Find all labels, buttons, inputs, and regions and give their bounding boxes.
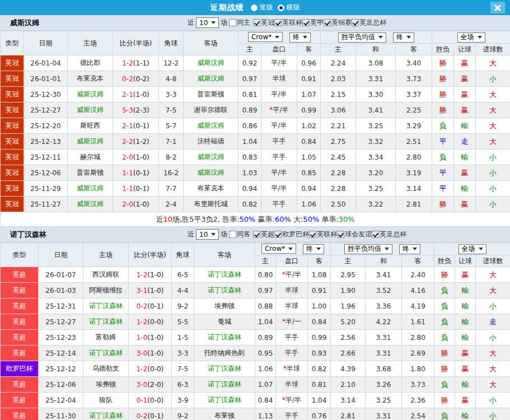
away-team-cell: 诺丁汉森林 [194, 283, 255, 298]
fulltime-score: 3-0 [137, 349, 148, 357]
score-cell: 2-1(1-0) [113, 87, 159, 102]
league-checkbox[interactable]: 英甲 [302, 18, 324, 27]
handicap-result: 赢 [454, 71, 476, 87]
eu-away-odds: 2.25 [396, 102, 432, 118]
league-checkbox[interactable]: 英锦赛 [324, 18, 352, 27]
checkbox-checked-icon[interactable] [253, 231, 260, 238]
section-westham-filterbar: 威斯汉姆 近 10 场 同主 英冠英联杯英甲英锦赛英足总杯 [0, 15, 510, 31]
bookmaker-select[interactable]: Crow* [261, 244, 296, 254]
close-icon[interactable] [490, 2, 505, 13]
checkbox-unchecked-icon[interactable] [229, 231, 236, 238]
date-cell: 26-01-04 [24, 55, 68, 71]
league-checkbox[interactable]: 英足总杯 [352, 18, 386, 27]
fulltime-select[interactable]: 全场 [458, 244, 486, 254]
goals-result: 走 [476, 314, 510, 330]
summary-text: 近10场,胜5平3负2, 胜率:50% 赢率:60% 大:50% 单率:30% [1, 212, 510, 227]
wdl-result: 勝 [434, 267, 455, 283]
wdl-result: 勝 [432, 102, 454, 118]
eu-home-odds: 2.45 [321, 150, 356, 165]
checkbox-checked-icon[interactable] [337, 231, 344, 238]
eu-away-odds: 1.61 [402, 314, 434, 330]
checkbox-checked-icon[interactable] [274, 231, 282, 238]
corner-cell: 3-3 [172, 346, 194, 361]
fulltime-score: 3-0 [137, 381, 148, 389]
fulltime-score: 2-2 [122, 138, 133, 146]
away-team-cell: 布里斯托城 [184, 197, 238, 212]
same-venue-checkbox[interactable]: 同主 [229, 18, 250, 27]
handicap-result: 赢 [454, 55, 476, 71]
wdl-odds-header: 胜平负均值 终 [321, 31, 432, 44]
corner-cell: 7-5 [159, 102, 184, 118]
league-checkbox-label: 球会友谊 [345, 230, 372, 239]
ah-home-odds: 0.80 [255, 267, 276, 283]
corner-cell: 16-2 [159, 165, 184, 181]
date-cell: 25-12-11 [24, 150, 68, 165]
goals-result: 大 [476, 377, 510, 393]
layout-horizontal-option[interactable]: 横版 [278, 3, 300, 12]
league-checkbox[interactable]: 英足总杯 [372, 230, 406, 239]
wdl-header: 胜负 [432, 44, 454, 55]
home-team-cell: 斯旺西 [68, 118, 113, 134]
wdl-average-select[interactable]: 胜平负均值 [338, 32, 386, 43]
checkbox-checked-icon[interactable] [302, 19, 310, 26]
checkbox-checked-icon[interactable] [253, 19, 260, 26]
checkbox-checked-icon[interactable] [324, 19, 331, 26]
wdl-final-select[interactable]: 终 [393, 32, 414, 43]
wdl-average-select[interactable]: 胜平负均值 [344, 244, 392, 254]
radio-selected-icon[interactable] [278, 4, 284, 11]
eu-away-odds: 2.69 [402, 346, 434, 361]
match-count-select[interactable]: 10 [196, 17, 219, 28]
league-checkbox[interactable]: 英超 [253, 230, 274, 239]
ah-line-cell: *平/半 [261, 102, 297, 118]
ah-line-cell: 平手 [261, 150, 297, 165]
goals-result: 大 [476, 267, 510, 283]
league-checkbox-label: 英甲 [310, 18, 324, 27]
date-cell: 26-01-03 [39, 283, 83, 298]
ah-line-text: 半/一 [286, 318, 301, 325]
team-name-heading: 威斯汉姆 [10, 18, 39, 28]
checkbox-checked-icon[interactable] [352, 19, 359, 26]
checkbox-unchecked-icon[interactable] [229, 19, 236, 26]
league-badge: 英超 [1, 314, 39, 330]
ah-home-odds: 0.89 [255, 330, 276, 346]
match-row: 英冠26-01-04德比郡1-2(1-1)12-2威斯汉姆0.92平/半0.96… [1, 55, 510, 71]
league-checkbox[interactable]: 英联杯 [274, 18, 302, 27]
score-cell: 1-2(1-0) [129, 267, 172, 283]
summary-segment: 单率: [319, 215, 339, 223]
radio-unselected-icon[interactable] [251, 4, 258, 11]
eu-home-odds: 2.56 [331, 330, 366, 346]
league-checkbox[interactable]: 欧罗巴杯 [274, 230, 309, 239]
wdl-result: 勝 [434, 361, 455, 377]
checkbox-checked-icon[interactable] [309, 231, 316, 238]
handicap-final-select[interactable]: 终 [289, 32, 311, 43]
handicap-result: 輸 [455, 314, 476, 330]
checkbox-checked-icon[interactable] [372, 231, 379, 238]
halftime-score: (0-1) [133, 169, 149, 177]
away-team-cell: 埃弗顿 [194, 298, 255, 314]
ah-home-odds: 0.92 [238, 55, 261, 71]
bookmaker-select[interactable]: Crow* [248, 32, 283, 42]
layout-horizontal-label: 横版 [287, 3, 300, 12]
eu-home-odds: 4.39 [331, 361, 366, 377]
eu-home-odds: 2.81 [331, 408, 366, 420]
checkbox-checked-icon[interactable] [274, 19, 282, 26]
match-count-select[interactable]: 10 [196, 229, 219, 240]
date-cell: 26-01-01 [24, 71, 68, 87]
home-team-cell: 埃弗顿 [83, 377, 129, 393]
chevron-down-icon [316, 248, 321, 250]
league-checkbox[interactable]: 英联杯 [309, 230, 337, 239]
ah-line-cell: *半球 [276, 361, 308, 377]
league-checkbox[interactable]: 球会友谊 [337, 230, 372, 239]
home-team-cell: 诺丁汉森林 [83, 346, 129, 361]
league-checkbox[interactable]: 英冠 [253, 18, 274, 27]
date-cell: 25-11-27 [24, 197, 68, 212]
score-cell: 3-0(2-0) [129, 377, 172, 393]
goals-header: 进球数 [476, 44, 510, 55]
same-venue-checkbox[interactable]: 同客 [229, 230, 250, 239]
layout-vertical-option[interactable]: 竖版 [251, 3, 273, 12]
score-cell: 0-1(0-0) [129, 393, 172, 408]
handicap-final-select[interactable]: 终 [303, 244, 324, 254]
match-row: 英超25-12-23富勒姆1-0(1-0)1-5诺丁汉森林0.89平手0.992… [1, 330, 510, 346]
wdl-final-select[interactable]: 终 [399, 244, 420, 254]
fulltime-select[interactable]: 全场 [457, 32, 485, 43]
